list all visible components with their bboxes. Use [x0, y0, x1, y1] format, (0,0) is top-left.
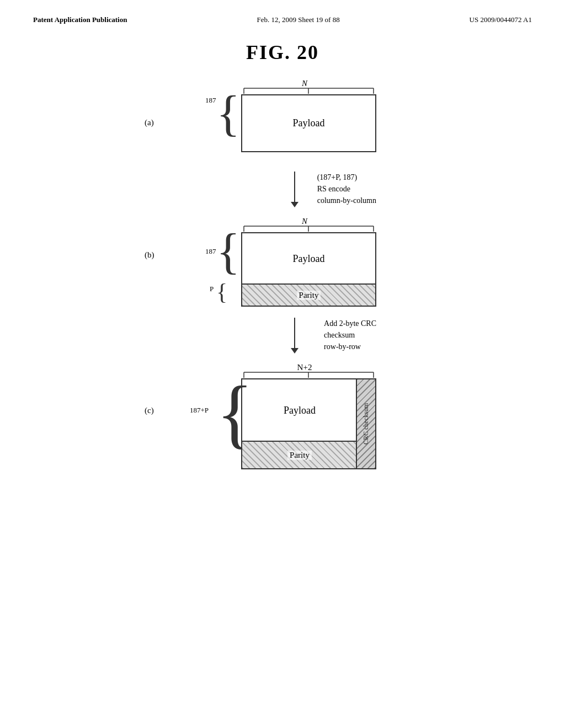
header-left: Patent Application Publication	[33, 15, 127, 24]
arrow-line-crc	[294, 318, 295, 348]
encode-section: (187+P, 187) RS encode column-by-column	[145, 169, 420, 218]
row-label-187-b: 187	[205, 247, 216, 256]
crc-section: Add 2-byte CRC checksum row-by-row	[145, 315, 420, 365]
arrow-head-crc	[291, 348, 299, 354]
payload-box-a: Payload	[241, 94, 376, 152]
encode-arrow	[291, 172, 299, 207]
parity-box-b: Parity	[241, 283, 376, 307]
arrow-head-encode	[291, 202, 299, 207]
crc-text: Add 2-byte CRC checksum row-by-row	[324, 318, 376, 352]
svg-text:N: N	[301, 81, 308, 88]
n-brace-a: N	[241, 81, 376, 96]
payload-box-b: Payload	[241, 232, 376, 285]
row-label-p-b: P	[210, 285, 214, 293]
curly-brace-187-b: {	[216, 227, 240, 276]
payload-box-c: Payload	[241, 378, 357, 442]
arrow-line-encode	[294, 172, 295, 202]
crc-label: CRC checksum	[362, 403, 370, 445]
crc-arrow	[291, 318, 299, 354]
row-label-a: 187	[205, 96, 216, 105]
figure-title: FIG. 20	[0, 41, 565, 64]
curly-brace-p-b: {	[216, 280, 227, 303]
header-center: Feb. 12, 2009 Sheet 19 of 88	[257, 15, 339, 24]
svg-text:N: N	[301, 218, 308, 226]
parity-box-c: Parity	[241, 441, 357, 469]
n2-brace-c: N+2	[241, 365, 376, 380]
encode-text: (187+P, 187) RS encode column-by-column	[317, 172, 376, 206]
label-c: (c)	[145, 406, 154, 415]
diagram-a: (a) 187 { N Payload	[145, 81, 420, 169]
svg-text:N+2: N+2	[297, 365, 312, 372]
main-content: (a) 187 { N Payload (187+P, 187) RS enco…	[0, 81, 565, 486]
label-b: (b)	[145, 250, 154, 260]
page-header: Patent Application Publication Feb. 12, …	[0, 0, 565, 24]
crc-box-c: CRC checksum	[356, 378, 376, 469]
diagram-b: (b) 187 P { { N Payload Parity	[145, 218, 420, 315]
row-label-187p-c: 187+P	[190, 406, 209, 415]
n-brace-b: N	[241, 218, 376, 234]
curly-brace-a: {	[216, 89, 240, 138]
diagram-c: (c) 187+P { N+2 Payload Parity CRC check…	[145, 365, 420, 486]
label-a: (a)	[145, 118, 154, 127]
header-right: US 2009/0044072 A1	[470, 15, 532, 24]
